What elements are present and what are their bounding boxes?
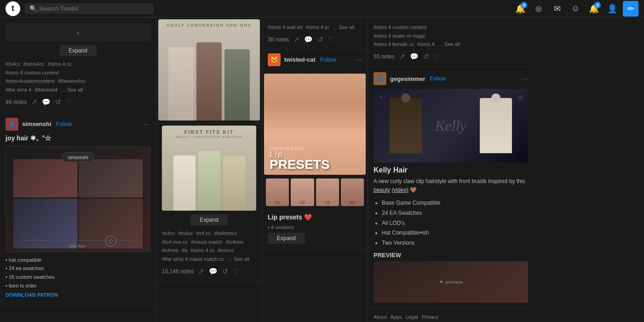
search-input[interactable] — [40, 5, 149, 12]
like-icon[interactable]: ♡ — [66, 98, 72, 106]
tag-s4cc[interactable]: #s4cc — [162, 230, 175, 236]
lip-versions-row: V1 V2 V3 V4 — [264, 177, 366, 206]
search-icon: 🔍 — [29, 5, 37, 12]
kelly-hair-features: Base Game Compatible 24 EA Swatches All … — [374, 198, 528, 248]
reblog-icon-col3[interactable]: ↺ — [317, 35, 323, 44]
notes-col4-top: 55 notes — [374, 53, 395, 60]
comment-icon-2[interactable]: 💬 — [209, 267, 218, 276]
see-all-tags-2[interactable]: … See all — [227, 256, 249, 262]
action-icons-2: ↗ 💬 ↺ ♡ — [198, 267, 239, 276]
tag-sims4customcontent[interactable]: #sims 4 custom content — [6, 70, 59, 75]
smiley-button[interactable]: ☺ — [568, 1, 583, 17]
tag-sims4cc[interactable]: #sims4cc — [23, 61, 45, 67]
tag-ts4cc2[interactable]: #ts4cc — [178, 230, 193, 236]
tag-sims4maxismatch[interactable]: #the sims 4 maxis match cc — [162, 256, 224, 262]
see-all-col3[interactable]: … See all — [333, 24, 355, 30]
avatar-img: 👤 — [9, 121, 15, 126]
avatar-placeholder: ▲ — [75, 29, 80, 35]
nav-right-icons: 🔔 4 ◎ ✉ ☺ 🔔 3 👤 ✏ — [512, 1, 638, 17]
lip-versions-label: • 4 versions — [268, 224, 362, 230]
compose-button[interactable]: ✏ — [623, 1, 638, 17]
tag-sims4realmofmagic[interactable]: #sims 4 realm of magic — [374, 33, 426, 39]
gegesimmer-author[interactable]: gegesimmer — [390, 75, 426, 82]
column-4: #sims 4 custom content #sims 4 realm of … — [368, 17, 534, 322]
heart-icon: ❤️ — [304, 213, 312, 221]
lip-presets-title: Lip presets ❤️ — [268, 213, 362, 221]
twisted-cat-follow[interactable]: Follow — [320, 57, 336, 63]
like-icon-col3[interactable]: ♡ — [328, 35, 334, 44]
legal-link[interactable]: Legal — [406, 314, 418, 320]
tag-thesims4[interactable]: #the sims 4 — [6, 87, 31, 92]
top-tags-col4-text: #sims 4 custom content #sims 4 realm of … — [374, 23, 528, 49]
see-all-col4[interactable]: … See all — [438, 41, 460, 47]
tag-wallart[interactable]: #sims 4 wall art — [268, 24, 303, 30]
expand-button-2[interactable]: Expand — [190, 214, 228, 225]
tag-sims4-col4[interactable]: #sims 4 — [417, 41, 435, 47]
share-icon-2[interactable]: ↗ — [198, 267, 204, 276]
about-link[interactable]: About — [374, 314, 387, 320]
gegesimmer-more[interactable]: ··· — [521, 75, 528, 83]
beauty-link[interactable]: beauty — [374, 187, 390, 193]
reblog-icon[interactable]: ↺ — [55, 98, 61, 106]
see-all-tags-1[interactable]: … See all — [61, 87, 83, 92]
tag-mmcc[interactable]: #mmcc — [218, 247, 234, 253]
adult-conversion-post: ADULT CONVERSION ADD-ONS — [156, 17, 262, 124]
notes-count-2: 15,146 notes — [162, 268, 194, 275]
tag-ts4mmcc[interactable]: #ts4mmcc — [214, 230, 237, 236]
first-fits-tags: #s4cc #ts4cc #s4 cc #ts4mmcc #ts4 mm cc … — [162, 229, 256, 264]
apps-link[interactable]: Apps — [391, 314, 402, 320]
twisted-cat-avatar: 🐱 — [268, 53, 281, 66]
share-icon-col3[interactable]: ↗ — [293, 35, 299, 44]
simsenshi-author[interactable]: simsenshi — [22, 121, 52, 127]
tag-sims4femalecc[interactable]: #sims 4 female cc — [374, 41, 414, 47]
video-link[interactable]: (video) — [391, 187, 408, 193]
tag-s4cc2[interactable]: #s4 cc — [196, 230, 211, 236]
tag-maxismatch[interactable]: #maxis match — [191, 239, 222, 245]
comment-icon-col3[interactable]: 💬 — [304, 35, 313, 44]
lip-v3: V3 — [316, 178, 339, 206]
gegesimmer-follow[interactable]: Follow — [430, 75, 446, 82]
privacy-link[interactable]: Privacy — [422, 314, 438, 320]
bell2-button[interactable]: 🔔 3 — [586, 1, 602, 17]
share-icon[interactable]: ↗ — [31, 98, 37, 106]
tag-sims4cc3[interactable]: #sims 4 cc — [190, 247, 214, 253]
reblog-icon-col4[interactable]: ↺ — [423, 52, 429, 61]
joy-hair-title: joy hair ✱。°☆ — [6, 134, 150, 143]
twisted-cat-more[interactable]: ··· — [355, 56, 362, 64]
tag-ts4cc[interactable]: #ts4cc — [6, 61, 20, 67]
kelly-hair-image: Kelly ❄ ✦ — [374, 89, 528, 162]
tumblr-logo[interactable]: t — [6, 1, 20, 16]
column-2: ADULT CONVERSION ADD-ONS FIRST FITS KIT … — [156, 17, 262, 322]
tag-sims4customcontent2[interactable]: #sims4customcontent — [6, 78, 54, 84]
action-icons-col4-top: ↗ 💬 ↺ ♡ — [399, 52, 440, 61]
reblog-icon-2[interactable]: ↺ — [222, 267, 228, 276]
mail-button[interactable]: ✉ — [549, 1, 565, 17]
tag-sims4cc-col4[interactable]: #sims 4 custom content — [374, 24, 427, 30]
notifications-badge: 4 — [521, 2, 527, 8]
twisted-cat-header: 🐱 twisted-cat Follow ··· — [264, 53, 366, 70]
expand-button-3[interactable]: Expand — [268, 233, 305, 244]
tag-thesims42[interactable]: #thesims4 — [34, 87, 58, 92]
tag-a[interactable]: #a — [182, 247, 187, 253]
tag-ts4mmcc2[interactable]: #ts4 mm cc — [162, 239, 188, 245]
like-icon-2[interactable]: ♡ — [233, 267, 239, 276]
expand-button-1[interactable]: Expand — [59, 45, 97, 56]
lip-title: Lip PRESETS — [270, 151, 360, 171]
twisted-cat-author[interactable]: twisted-cat — [284, 56, 316, 63]
tag-sims4cc2[interactable]: #sims 4 cc — [48, 61, 72, 67]
profile-button[interactable]: 👤 — [604, 1, 620, 17]
column-1: ▲ Expand #ts4cc #sims4cc #sims 4 cc #sim… — [0, 17, 156, 322]
comment-icon[interactable]: 💬 — [42, 98, 51, 106]
tag-thesims4cc[interactable]: #thesims4cc — [58, 78, 86, 84]
share-icon-col4[interactable]: ↗ — [399, 52, 405, 61]
radar-button[interactable]: ◎ — [531, 1, 546, 17]
post-more-simsenshi[interactable]: ··· — [144, 120, 150, 128]
tag-ts4mm[interactable]: #ts4mm — [225, 239, 243, 245]
notes-col3-top: 38 notes — [268, 36, 289, 43]
like-icon-col4[interactable]: ♡ — [434, 52, 440, 61]
tag-sims4pr[interactable]: #sims 4 pr — [306, 24, 329, 30]
comment-icon-col4[interactable]: 💬 — [410, 52, 419, 61]
simsenshi-follow-button[interactable]: Follow — [56, 121, 72, 127]
tag-s4mm[interactable]: #s4mm — [162, 247, 178, 253]
notifications-button[interactable]: 🔔 4 — [512, 1, 528, 17]
